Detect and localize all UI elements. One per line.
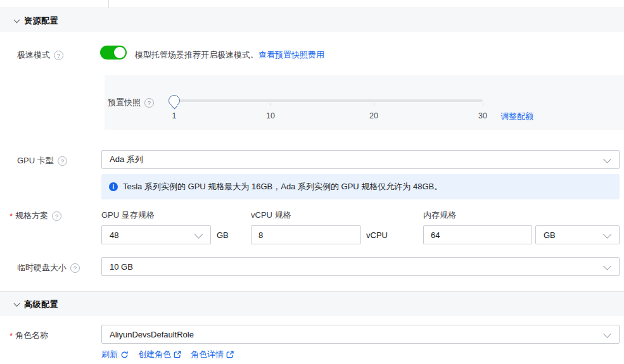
chevron-down-icon	[603, 230, 611, 239]
gpu-mem-unit: GB	[217, 230, 229, 240]
help-icon[interactable]: ?	[52, 211, 61, 221]
memory-input[interactable]	[423, 225, 532, 244]
snapshot-label-row: 预置快照 ?	[108, 97, 154, 108]
role-name-select[interactable]: AliyunDevsDefaultRole	[101, 325, 620, 344]
chevron-down-icon	[603, 155, 611, 163]
slider-tick	[271, 103, 271, 106]
help-icon[interactable]: ?	[144, 98, 154, 108]
temp-disk-selected-value: 10 GB	[110, 262, 133, 272]
help-icon[interactable]: ?	[70, 263, 80, 273]
snapshot-label: 预置快照	[108, 97, 141, 108]
snapshot-slider-track[interactable]	[174, 99, 483, 102]
chevron-down-icon	[194, 230, 203, 239]
express-mode-label: 极速模式	[17, 49, 50, 61]
slider-tick	[374, 103, 374, 106]
temp-disk-label-row: 临时硬盘大小 ?	[17, 262, 80, 273]
section-title: 资源配置	[24, 15, 58, 27]
slider-tick-label: 10	[266, 111, 275, 120]
memory-column-label: 内存规格	[423, 210, 456, 221]
create-role-link[interactable]: 创建角色	[138, 349, 181, 360]
express-mode-description-row: 模型托管场景推荐开启极速模式。 查看预置快照费用	[135, 49, 324, 61]
chevron-down-icon	[603, 330, 611, 338]
express-mode-label-row: 极速模式 ?	[17, 49, 63, 61]
snapshot-slider-handle[interactable]	[169, 95, 180, 106]
spec-plan-label: 规格方案	[15, 210, 48, 222]
vcpu-column-label: vCPU 规格	[251, 210, 291, 221]
create-role-link-label: 创建角色	[138, 349, 171, 360]
refresh-icon	[120, 351, 129, 359]
spec-plan-label-row: * 规格方案 ?	[10, 210, 61, 222]
required-asterisk: *	[10, 331, 13, 341]
required-asterisk: *	[10, 211, 13, 221]
role-name-label-row: * 角色名称	[10, 330, 48, 341]
gpu-spec-info-banner: i Tesla 系列实例的 GPU 规格最大为 16GB，Ada 系列实例的 G…	[101, 174, 620, 199]
role-detail-link[interactable]: 角色详情	[191, 349, 234, 360]
info-icon: i	[109, 182, 118, 191]
role-name-selected-value: AliyunDevsDefaultRole	[110, 330, 194, 339]
slider-tick	[483, 103, 483, 106]
section-header-advanced[interactable]: 高级配置	[0, 291, 624, 316]
slider-tick-label: 30	[478, 111, 487, 120]
gpu-card-label-row: GPU 卡型 ?	[17, 155, 67, 166]
cropped-element-edge	[108, 0, 109, 8]
express-mode-description: 模型托管场景推荐开启极速模式。	[135, 49, 258, 61]
gpu-mem-selected-value: 48	[110, 230, 118, 240]
refresh-link-label: 刷新	[101, 349, 118, 360]
external-link-icon	[174, 351, 181, 358]
slider-tick-label: 1	[172, 111, 177, 120]
gpu-card-select[interactable]: Ada 系列	[101, 150, 620, 169]
temp-disk-select[interactable]: 10 GB	[101, 257, 620, 276]
toggle-knob	[114, 47, 125, 58]
adjust-quota-link[interactable]: 调整配额	[500, 111, 533, 122]
vcpu-unit: vCPU	[366, 230, 388, 240]
role-links-row: 刷新 创建角色 角色详情	[101, 349, 234, 360]
info-banner-text: Tesla 系列实例的 GPU 规格最大为 16GB，Ada 系列实例的 GPU…	[123, 181, 442, 192]
slider-tick-label: 20	[369, 111, 378, 120]
gpu-mem-column-label: GPU 显存规格	[101, 210, 155, 221]
vcpu-input[interactable]	[251, 225, 361, 244]
section-header-resource[interactable]: 资源配置	[0, 8, 624, 32]
chevron-down-icon	[14, 17, 20, 23]
gpu-card-selected-value: Ada 系列	[110, 154, 143, 165]
role-name-label: 角色名称	[15, 330, 48, 341]
chevron-down-icon	[603, 262, 611, 270]
help-icon[interactable]: ?	[54, 51, 63, 60]
resource-config-form: 资源配置 极速模式 ? 模型托管场景推荐开启极速模式。 查看预置快照费用 预置快…	[0, 0, 624, 364]
refresh-role-link[interactable]: 刷新	[101, 349, 129, 360]
snapshot-cost-link[interactable]: 查看预置快照费用	[258, 49, 324, 61]
gpu-mem-select[interactable]: 48	[101, 225, 211, 244]
memory-unit-select[interactable]: GB	[535, 225, 620, 244]
help-icon[interactable]: ?	[58, 156, 67, 166]
section-title: 高级配置	[24, 299, 58, 310]
role-detail-link-label: 角色详情	[191, 349, 224, 360]
preset-snapshot-panel: 预置快照 ? 1 10 20 30 调整配额	[105, 75, 624, 130]
express-mode-toggle[interactable]	[100, 46, 127, 60]
chevron-down-icon	[14, 301, 20, 307]
gpu-card-label: GPU 卡型	[17, 155, 54, 166]
memory-unit-selected-value: GB	[544, 230, 556, 240]
external-link-icon	[226, 351, 234, 358]
temp-disk-label: 临时硬盘大小	[17, 262, 67, 273]
